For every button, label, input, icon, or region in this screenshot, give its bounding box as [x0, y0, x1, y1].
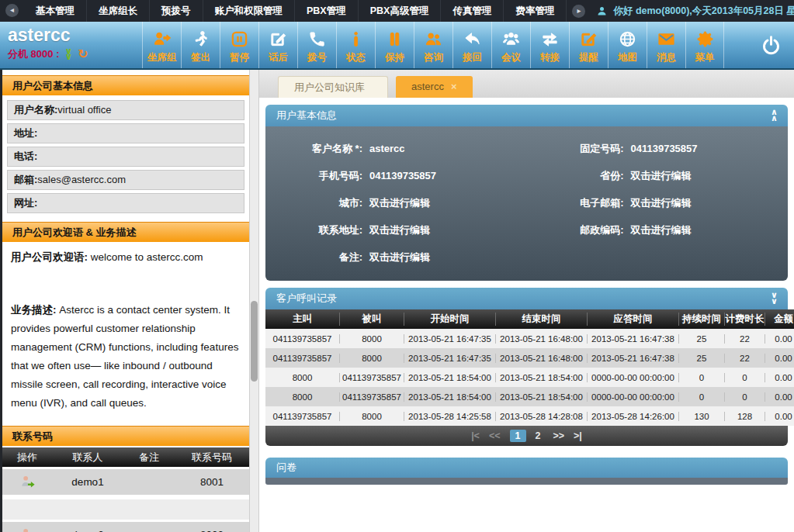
- welcome-section-header: 用户公司欢迎语 & 业务描述: [2, 222, 249, 242]
- app-logo: astercc: [8, 25, 142, 46]
- status-icon: [347, 28, 365, 50]
- collapse-up-icon[interactable]: ∧∧: [771, 109, 778, 121]
- customer-field-value[interactable]: astercc: [369, 143, 405, 154]
- contacts-col-note: 备注: [123, 451, 175, 465]
- nav-item[interactable]: 账户和权限管理: [203, 0, 296, 22]
- business-desc-label: 业务描述:: [11, 304, 57, 316]
- toolbar-button[interactable]: 地图: [608, 22, 647, 68]
- customer-field-label: 备注:: [265, 250, 362, 264]
- user-greeting: 你好 demo(8000),今天2013年05月28日 星期二: [613, 5, 794, 18]
- tab-close-icon[interactable]: ×: [451, 81, 457, 92]
- call-records-table-header: 主叫 被叫 开始时间 结束时间 应答时间 持续时间 计费时长 金额: [265, 309, 794, 329]
- company-field-label: 地址:: [14, 127, 37, 139]
- sidebar-scrollbar[interactable]: [249, 70, 259, 532]
- nav-collapse-left-icon[interactable]: ◂: [5, 4, 19, 17]
- tab-label: astercc: [411, 81, 444, 92]
- pagination-next[interactable]: >>: [553, 430, 564, 441]
- toolbar-button[interactable]: 坐席组: [142, 22, 181, 68]
- toolbar-button[interactable]: 暂停: [220, 22, 258, 68]
- extension-status-icon[interactable]: ∨∨: [64, 49, 72, 60]
- pagination-bar: |< << 12 >> >|: [265, 426, 788, 446]
- company-field: 网址:: [7, 193, 244, 213]
- toolbar-button[interactable]: 签出: [181, 22, 220, 68]
- toolbar-button[interactable]: 会议: [491, 22, 530, 68]
- toolbar-button[interactable]: 转接: [530, 22, 569, 68]
- contact-number: 8001: [175, 476, 249, 488]
- call-record-row[interactable]: 8000 041139735857 2013-05-21 18:54:00 20…: [265, 387, 794, 406]
- company-info-fields: 用户名称:virtual office 地址: 电话: 邮箱:sales@ast…: [2, 95, 249, 216]
- nav-item[interactable]: PBX管理: [295, 0, 359, 22]
- toolbar-button[interactable]: 消息: [647, 22, 685, 68]
- nav-item[interactable]: PBX高级管理: [359, 0, 442, 22]
- contact-name: demo1: [52, 476, 123, 488]
- greeting-label: 用户公司欢迎语:: [11, 251, 88, 263]
- nav-item[interactable]: 传真管理: [441, 0, 504, 22]
- customer-field-value[interactable]: 双击进行编辑: [631, 196, 692, 210]
- customer-field-value[interactable]: 双击进行编辑: [369, 223, 430, 237]
- toolbar-button[interactable]: 接回: [452, 22, 491, 68]
- main-area: 用户公司知识库 astercc× 用户基本信息 ∧∧ 客户名称 *: aster…: [259, 70, 794, 532]
- toolbar-button[interactable]: 状态: [336, 22, 375, 68]
- nav-item[interactable]: 坐席组长: [87, 0, 150, 22]
- customer-field-value[interactable]: 双击进行编辑: [631, 223, 692, 237]
- menu-icon: [696, 28, 714, 50]
- dial-icon: [308, 28, 326, 50]
- company-field-value: sales@astercc.com: [37, 174, 126, 185]
- customer-field: 手机号码: 041139735857: [265, 162, 527, 189]
- nav-item[interactable]: 基本管理: [24, 0, 87, 22]
- company-field: 邮箱:sales@astercc.com: [7, 170, 244, 190]
- nav-item[interactable]: 预拨号: [150, 0, 203, 22]
- page-number[interactable]: 1: [510, 430, 526, 442]
- toolbar-button[interactable]: 咨询: [414, 22, 452, 68]
- customer-field-label: 邮政编码:: [527, 223, 624, 237]
- customer-field: 联系地址: 双击进行编辑: [265, 216, 527, 244]
- customer-field: 邮政编码: 双击进行编辑: [527, 216, 789, 244]
- nav-collapse-right-icon[interactable]: ▸: [572, 5, 585, 18]
- pagination-prev[interactable]: <<: [489, 430, 501, 441]
- company-field: 用户名称:virtual office: [7, 100, 244, 120]
- call-record-row[interactable]: 041139735857 8000 2013-05-21 16:47:35 20…: [265, 329, 794, 348]
- company-sidebar: 用户公司基本信息 用户名称:virtual office 地址: 电话: 邮箱:…: [0, 70, 249, 532]
- contact-row: demo2 8002: [2, 522, 249, 532]
- toolbar-button[interactable]: 菜单: [685, 22, 724, 68]
- toolbar-button[interactable]: 保持: [375, 22, 414, 68]
- top-nav-items: 基本管理坐席组长预拨号账户和权限管理PBX管理PBX高级管理传真管理费率管理: [24, 0, 567, 22]
- call-contact-icon[interactable]: [20, 475, 35, 489]
- call-record-row[interactable]: 8000 041139735857 2013-05-21 18:54:00 20…: [265, 368, 794, 387]
- company-field-value: virtual office: [57, 104, 111, 116]
- toolbar-button[interactable]: 话后: [258, 22, 297, 68]
- customer-field: 城市: 双击进行编辑: [265, 189, 527, 216]
- call-contact-icon[interactable]: [20, 527, 35, 532]
- customer-field-value[interactable]: 双击进行编辑: [369, 196, 430, 210]
- toolbar-button[interactable]: 拨号: [297, 22, 336, 68]
- customer-field-value[interactable]: 双击进行编辑: [369, 250, 430, 264]
- extension-label: 分机 8000 :: [8, 47, 59, 61]
- customer-field-value[interactable]: 041139735857: [369, 170, 436, 181]
- col-amount: 金额: [765, 313, 794, 326]
- nav-item[interactable]: 费率管理: [504, 0, 567, 22]
- conference-icon: [502, 28, 520, 50]
- survey-panel-header[interactable]: 问卷: [265, 458, 788, 478]
- hold-icon: [386, 28, 404, 50]
- customer-field-value[interactable]: 双击进行编辑: [631, 169, 692, 183]
- tab[interactable]: 用户公司知识库: [278, 76, 388, 98]
- call-record-row[interactable]: 041139735857 8000 2013-05-28 14:25:58 20…: [265, 406, 794, 426]
- pagination-last[interactable]: >|: [574, 430, 582, 441]
- customer-field-value[interactable]: 041139735857: [631, 143, 698, 154]
- sidebar-scrollbar-thumb[interactable]: [251, 301, 258, 382]
- tab[interactable]: astercc×: [396, 76, 473, 98]
- toolbar-button[interactable]: 提醒: [569, 22, 608, 68]
- customer-field-label: 城市:: [265, 196, 362, 210]
- collapse-down-icon[interactable]: ∨∨: [771, 292, 778, 304]
- customer-info-panel-header[interactable]: 用户基本信息 ∧∧: [265, 105, 788, 126]
- refresh-icon[interactable]: ↻: [78, 47, 88, 61]
- pagination-first[interactable]: |<: [471, 430, 480, 441]
- call-records-rows: 041139735857 8000 2013-05-21 16:47:35 20…: [265, 329, 794, 426]
- power-button[interactable]: [761, 35, 782, 56]
- page-number[interactable]: 2: [532, 430, 544, 442]
- customer-field: 省份: 双击进行编辑: [527, 162, 789, 189]
- sign-out-icon: [192, 28, 210, 50]
- call-record-row[interactable]: 041139735857 8000 2013-05-21 16:47:35 20…: [265, 348, 794, 368]
- customer-field: 客户名称 *: astercc: [265, 135, 527, 162]
- call-records-panel-header[interactable]: 客户呼叫记录 ∨∨: [265, 288, 788, 309]
